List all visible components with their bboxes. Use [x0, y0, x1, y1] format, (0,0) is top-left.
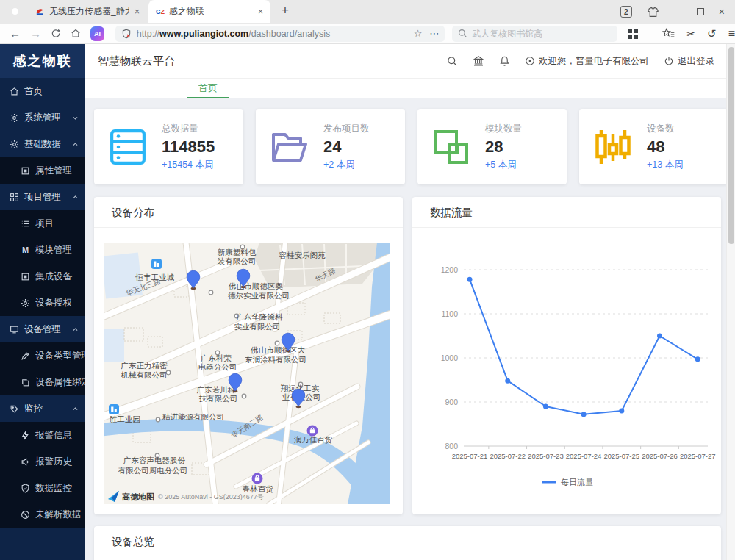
tab-close-icon[interactable]: × [257, 7, 265, 17]
pulian-favicon [35, 7, 45, 16]
ai-assistant-icon[interactable]: AI [90, 26, 104, 41]
sidebar-item-label: 项目 [35, 218, 54, 230]
header-search-icon[interactable] [447, 56, 458, 67]
map-place-label: 恒丰工业城 [135, 273, 175, 281]
map-poi-dot [156, 417, 160, 422]
refresh-icon[interactable] [51, 28, 61, 39]
chart-legend[interactable]: 每日流量 [542, 478, 593, 487]
sidebar-item-8[interactable]: 设备授权 [0, 290, 85, 316]
letter-icon: M [21, 245, 30, 255]
map-place-label: 实业有限公司 [234, 322, 281, 331]
sidebar-item-16[interactable]: 未解析数据 [0, 501, 85, 528]
map-canvas[interactable]: 华天北三路华天路华天南二路恒丰工业城新康塑料包装有限公司容桂安乐阁苑佛山市顺德区… [104, 243, 390, 504]
tab-home-active[interactable]: 首页 [187, 79, 229, 98]
sidebar-item-13[interactable]: 报警信息 [0, 422, 85, 448]
quick-search-box[interactable] [452, 26, 617, 42]
home-icon[interactable] [71, 28, 81, 39]
data-flow-panel: 数据流量 8009001000110012002025-07-212025-07… [412, 197, 721, 514]
notification-bell-icon[interactable] [499, 55, 510, 67]
device-distribution-panel: 设备分布 华天北三路华天路华天南二路恒丰工业城新康塑料包装有限公司容桂安乐阁苑佛… [94, 197, 403, 514]
sidebar-item-9[interactable]: 设备管理 [0, 316, 85, 342]
stat-label: 模块数量 [485, 123, 522, 135]
minimize-button[interactable] [674, 12, 682, 12]
chevron-down-icon [72, 115, 79, 121]
tab-close-icon[interactable]: × [133, 7, 141, 17]
organization-bank-icon[interactable] [473, 55, 484, 67]
search-input[interactable] [472, 29, 612, 39]
chart-point [505, 378, 510, 384]
stat-card-total-data[interactable]: 总数据量 114855 +15454 本周 [94, 109, 243, 184]
logout-button[interactable]: 退出登录 [664, 55, 714, 68]
map-place-label: 广东科荣 [201, 353, 232, 362]
speaker-icon [21, 457, 30, 467]
window-close-button[interactable]: × [719, 6, 725, 18]
chart-xtick-label: 2025-07-27 [680, 452, 716, 460]
chart-point [543, 404, 548, 409]
toolbar-divider [650, 29, 650, 39]
chart-xtick-label: 2025-07-21 [452, 452, 488, 460]
map-poi-dot [275, 341, 279, 345]
amap-map[interactable]: 华天北三路华天路华天南二路恒丰工业城新康塑料包装有限公司容桂安乐阁苑佛山市顺德区… [104, 243, 390, 504]
sidebar-item-3[interactable]: 属性管理 [0, 157, 85, 184]
forward-icon[interactable]: → [30, 27, 41, 40]
undo-icon[interactable]: ↺ [707, 27, 717, 40]
chart-line [470, 279, 698, 414]
stat-card-projects[interactable]: 发布项目数 24 +2 本周 [256, 109, 405, 184]
sidebar-item-7[interactable]: 集成设备 [0, 263, 85, 290]
favorites-icon[interactable] [662, 28, 675, 39]
sidebar-menu: 首页系统管理基础数据属性管理项目管理项目M模块管理集成设备设备授权设备管理设备类… [0, 78, 85, 528]
chart-point [467, 277, 473, 282]
sidebar-item-6[interactable]: M模块管理 [0, 237, 85, 263]
maximize-button[interactable] [697, 8, 704, 15]
welcome-user[interactable]: 欢迎您，普量电子有限公司 [525, 55, 649, 68]
stat-delta: +15454 本周 [162, 159, 215, 171]
chart-point [657, 334, 662, 339]
browser-tab-1[interactable]: 无线压力传感器_静力水准仪_ × [28, 0, 147, 23]
address-bar[interactable]: http://www.puliangiot.com/dashboard/anal… [115, 26, 445, 42]
map-place-label: 电器分公司 [198, 362, 237, 371]
sidebar-item-15[interactable]: 数据监控 [0, 475, 85, 501]
sidebar-item-0[interactable]: 首页 [0, 78, 85, 104]
bookmark-star-icon[interactable]: ☆ [414, 28, 423, 39]
platform-title: 智慧物联云平台 [98, 54, 175, 68]
stat-card-modules[interactable]: 模块数量 28 +5 本周 [417, 109, 567, 184]
url-text[interactable]: http://www.puliangiot.com/dashboard/anal… [137, 29, 406, 39]
sidebar-item-2[interactable]: 基础数据 [0, 131, 85, 157]
sidebar-item-label: 报警历史 [35, 456, 72, 468]
back-icon[interactable]: ← [10, 27, 21, 40]
chart-ytick-label: 900 [445, 398, 458, 406]
sidebar-item-14[interactable]: 报警历史 [0, 448, 85, 475]
sidebar: 感之物联 首页系统管理基础数据属性管理项目管理项目M模块管理集成设备设备授权设备… [0, 44, 85, 560]
screenshot-scissors-icon[interactable]: ✂ [686, 28, 695, 40]
map-place-label: 润万佳百货 [294, 435, 333, 444]
page-scrollbar[interactable] [726, 44, 735, 560]
theme-shirt-icon[interactable] [647, 7, 659, 18]
new-tab-button[interactable]: + [276, 3, 294, 18]
slash-icon [21, 510, 30, 520]
sidebar-item-label: 未解析数据 [35, 509, 82, 521]
gear-icon [10, 113, 19, 123]
sidebar-item-12[interactable]: 监控 [0, 395, 85, 422]
map-place-label: 技有限公司 [199, 394, 238, 403]
browser-tab-2-active[interactable]: GZ 感之物联 × [148, 0, 270, 23]
tab-count-badge[interactable]: 2 [620, 6, 632, 18]
map-place-label: 胜工业园 [110, 414, 140, 423]
app-logo[interactable]: 感之物联 [0, 44, 85, 78]
sidebar-item-10[interactable]: 设备类型管理 [0, 342, 85, 369]
browser-menu-icon[interactable]: ≡ [728, 27, 735, 40]
sidebar-item-4[interactable]: 项目管理 [0, 184, 85, 210]
stat-card-devices[interactable]: 设备数 48 +13 本周 [579, 109, 728, 184]
stat-label: 发布项目数 [323, 123, 370, 135]
sidebar-item-11[interactable]: 设备属性绑定 [0, 369, 85, 395]
more-actions-icon[interactable]: ⋯ [429, 28, 439, 39]
stat-label: 总数据量 [162, 123, 215, 135]
sidebar-item-label: 设备授权 [35, 297, 72, 309]
apps-grid-icon[interactable] [628, 29, 638, 39]
chart-xtick-label: 2025-07-25 [603, 452, 639, 460]
legend-label: 每日流量 [561, 478, 593, 487]
insecure-shield-icon[interactable] [121, 29, 132, 39]
scrollbar-thumb[interactable] [728, 47, 734, 244]
browser-logo-icon[interactable] [7, 4, 23, 19]
sidebar-item-1[interactable]: 系统管理 [0, 104, 85, 131]
sidebar-item-5[interactable]: 项目 [0, 210, 85, 237]
